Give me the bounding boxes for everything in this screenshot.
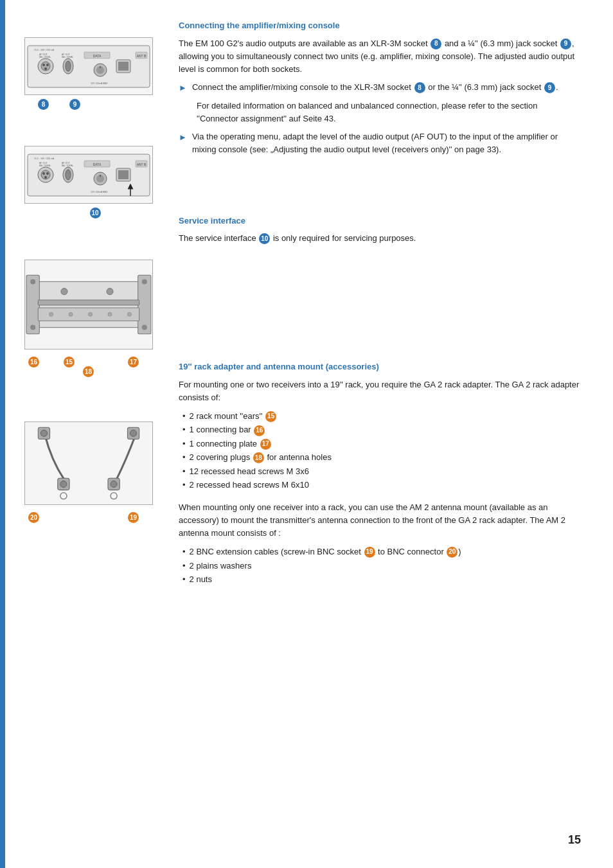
rack-bullet-dot-6: • [182,478,186,492]
num-badge-20: 20 [28,512,39,523]
svg-point-52 [142,279,147,284]
device-image-2: DATA ANT B 15.5 - 18V / 330 mA AF OUT BA… [24,146,153,204]
antenna-image-block: 20 19 [24,421,166,528]
svg-text:ANT B: ANT B [136,163,146,166]
svg-text:BAL / UNBAL: BAL / UNBAL [39,56,51,58]
rack-bullet-3: • 1 connecting plate 17 [182,437,581,450]
svg-rect-54 [38,300,139,305]
rack-bullet2-dot-1: • [182,545,186,558]
svg-point-28 [44,176,47,179]
device-image-block-2: DATA ANT B 15.5 - 18V / 330 mA AF OUT BA… [24,146,166,218]
num-8-bullet: 8 [414,82,425,93]
svg-rect-37 [118,170,129,179]
label-9: 9 [69,99,81,110]
rack-bullet2-text-2: 2 plains washers [190,559,252,572]
svg-text:DATA: DATA [93,163,101,166]
svg-point-3 [42,64,45,66]
svg-text:12V 150mA MAX: 12V 150mA MAX [91,82,108,85]
device-image-block-1: DATA ANT B 15.5 - 18V [24,37,166,123]
svg-point-49 [30,279,35,284]
main-layout: DATA ANT B 15.5 - 18V [24,19,581,601]
section-rack-para1: For mounting one or two receivers into a… [179,378,581,404]
rack-bullet2-3: • 2 nuts [182,572,581,586]
rack-bullet-text-4: 2 covering plugs 18 for antenna holes [190,450,332,464]
bullet-connect-1-text: Connect the amplifier/mixing console to … [192,81,558,94]
num-badge-18: 18 [83,366,94,377]
rack-bullet2-dot-2: • [182,559,186,572]
svg-point-4 [46,64,49,66]
arrow-icon-1: ► [179,82,187,94]
rack-bullet2-2: • 2 plains washers [182,559,581,572]
sidebar-accent [0,0,5,868]
section-service-title: Service interface [179,215,581,227]
svg-text:12V 150mA MAX: 12V 150mA MAX [91,191,108,193]
section-service-para: The service interface 10 is only require… [179,232,581,245]
page: DATA ANT B 15.5 - 18V [0,0,613,868]
num-20-inline: 20 [447,547,458,558]
bullet-connect-1: ► Connect the amplifier/mixing console t… [179,81,581,94]
svg-point-53 [142,324,147,330]
rack-img-labels: 16 15 17 18 [24,353,166,373]
section-rack-title: 19'' rack adapter and antenna mount (acc… [179,360,581,373]
rack-image-block: 16 15 17 18 [24,260,166,373]
rack-bullet2-dot-3: • [182,572,186,586]
svg-point-26 [42,172,45,175]
rack-bullet-4: • 2 covering plugs 18 for antenna holes [182,450,581,464]
rack-bullet-2: • 1 connecting bar 16 [182,423,581,436]
rack-bullets-list-2: • 2 BNC extension cables (screw-in BNC s… [179,545,581,586]
section-rack: 19'' rack adapter and antenna mount (acc… [179,360,581,586]
device-image-1: DATA ANT B 15.5 - 18V [24,37,153,95]
section-connecting-title: Connecting the amplifier/mixing console [179,19,581,32]
antenna-img-labels: 20 19 [24,509,166,528]
antenna-image [24,421,153,505]
num-9-bullet: 9 [544,82,555,93]
rack-bullets-list: • 2 rack mount ''ears'' 15 • 1 connectin… [179,409,581,492]
svg-point-57 [69,312,73,316]
num-15-inline: 15 [265,411,276,422]
rack-bullet-6: • 2 recessed head screws M 6x10 [182,478,581,492]
rack-bullet-text-6: 2 recessed head screws M 6x10 [190,478,309,492]
rack-bullet-dot-1: • [182,409,186,423]
img-labels-2: 10 [24,208,166,218]
indent-balanced-info: For detailed information on balanced and… [179,100,581,125]
svg-text:DATA: DATA [93,54,101,58]
content-area: DATA ANT B 15.5 - 18V [5,0,613,868]
rack-bullet-text-5: 12 recessed head screws M 3x6 [190,465,309,478]
num-17-inline: 17 [260,439,271,450]
rack-bullet-5: • 12 recessed head screws M 3x6 [182,465,581,478]
num-badge-9: 9 [69,99,80,110]
num-19-inline: 19 [364,547,375,558]
rack-bullet-text-2: 1 connecting bar 16 [190,423,266,436]
svg-text:15.5 - 18V / 330 mA: 15.5 - 18V / 330 mA [34,49,55,51]
rack-bullet-dot-5: • [182,465,186,478]
num-badge-17: 17 [128,357,139,368]
svg-point-71 [60,493,67,499]
svg-point-62 [107,288,113,295]
svg-text:BAL / UNBAL: BAL / UNBAL [39,164,51,167]
svg-point-56 [49,312,53,316]
svg-point-59 [108,312,112,316]
svg-point-50 [30,324,35,330]
rack-bullet-dot-4: • [182,450,186,464]
svg-point-68 [60,481,67,487]
svg-point-7 [66,61,71,71]
bullet-connect-2-text: Via the operating menu, adapt the level … [192,130,581,156]
arrow-icon-2: ► [179,131,187,156]
rack-bullet2-text-3: 2 nuts [190,572,212,586]
bullet-connect-2: ► Via the operating menu, adapt the leve… [179,130,581,156]
right-column: Connecting the amplifier/mixing console … [166,19,581,601]
page-number: 15 [568,831,581,849]
num-badge-8: 8 [38,99,49,110]
svg-rect-14 [118,62,129,71]
svg-point-64 [40,430,47,436]
rack-bullet-1: • 2 rack mount ''ears'' 15 [182,409,581,423]
svg-text:BAL / UNBAL: BAL / UNBAL [62,164,73,167]
num-18-inline: 18 [253,452,264,463]
svg-point-66 [130,430,136,436]
svg-point-72 [111,493,117,499]
num-10-inline: 10 [259,233,270,244]
img-labels-1: 8 9 [24,99,166,110]
rack-bullet-text-1: 2 rack mount ''ears'' 15 [190,409,278,423]
svg-point-70 [111,481,117,487]
num-8-inline: 8 [431,39,441,49]
